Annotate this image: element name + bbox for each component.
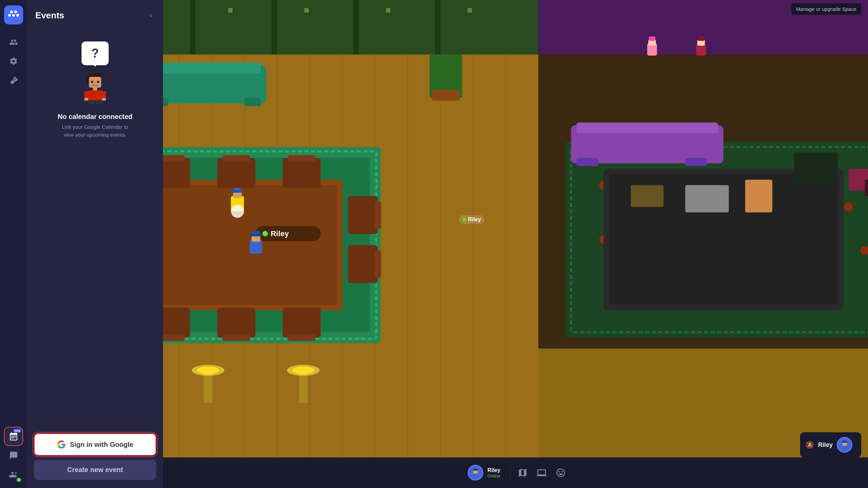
svg-point-0 [10, 11, 13, 13]
toolbar-user-info: Riley Online [487, 467, 500, 478]
svg-rect-53 [190, 0, 196, 54]
svg-rect-92 [163, 308, 190, 337]
game-canvas[interactable]: Riley [163, 0, 868, 457]
svg-rect-24 [102, 91, 106, 99]
svg-rect-131 [538, 0, 620, 54]
bottom-toolbar: Riley Online [163, 457, 868, 488]
no-calendar-title: No calendar connected [58, 113, 132, 121]
svg-point-149 [844, 203, 853, 211]
svg-rect-8 [12, 437, 13, 437]
sidebar-item-calendar[interactable]: beta [5, 428, 22, 445]
svg-rect-28 [96, 100, 102, 104]
svg-rect-26 [102, 98, 106, 101]
svg-rect-25 [84, 98, 88, 101]
riley-popup: 🔕 Riley [800, 432, 861, 457]
svg-point-112 [263, 231, 268, 236]
screen-share-button[interactable] [532, 463, 551, 482]
svg-rect-180 [631, 185, 664, 207]
svg-point-110 [231, 205, 244, 217]
emoji-button[interactable] [551, 463, 570, 482]
settings-icon [9, 57, 18, 66]
character-avatar [82, 73, 109, 104]
svg-rect-71 [163, 98, 168, 106]
logo-button[interactable] [4, 5, 23, 24]
svg-rect-23 [84, 91, 88, 99]
sidebar-item-settings[interactable] [5, 53, 22, 69]
svg-rect-60 [440, 0, 538, 54]
svg-rect-102 [348, 196, 378, 234]
svg-rect-93 [163, 334, 185, 341]
svg-text:Riley: Riley [271, 229, 289, 238]
toolbar-user-section: Riley Online [461, 465, 507, 481]
events-collapse-button[interactable]: ‹ [147, 10, 155, 21]
toolbar-divider-1 [510, 466, 510, 480]
speech-bubble: ? [82, 41, 109, 65]
svg-rect-67 [386, 8, 391, 13]
svg-rect-196 [473, 469, 478, 471]
toolbar-username: Riley [487, 467, 500, 473]
svg-rect-117 [250, 233, 262, 236]
icon-sidebar: beta 1 [0, 0, 27, 488]
svg-rect-9 [13, 437, 14, 437]
chat-icon [9, 451, 18, 460]
svg-rect-105 [375, 250, 381, 278]
svg-rect-168 [576, 123, 718, 134]
svg-rect-55 [272, 0, 277, 54]
svg-rect-56 [277, 0, 359, 54]
svg-rect-109 [232, 190, 242, 193]
beta-badge: beta [14, 429, 21, 433]
events-panel-title: Events [35, 10, 64, 21]
svg-rect-7 [15, 436, 16, 436]
riley-nametag: Riley [459, 215, 484, 224]
svg-rect-90 [283, 158, 321, 188]
toolbar-avatar-sprite [470, 468, 481, 478]
sidebar-item-build[interactable] [5, 72, 22, 88]
svg-rect-22 [88, 90, 103, 101]
svg-rect-193 [842, 446, 847, 449]
svg-rect-27 [88, 100, 94, 104]
character-sprite [82, 73, 109, 104]
svg-rect-86 [163, 158, 190, 188]
svg-rect-58 [359, 0, 440, 54]
svg-rect-181 [685, 185, 729, 212]
sidebar-item-participants[interactable]: 1 [5, 466, 22, 483]
svg-rect-6 [13, 436, 14, 436]
svg-rect-68 [468, 8, 472, 13]
svg-rect-97 [288, 334, 315, 341]
riley-avatar-sprite [839, 440, 850, 450]
svg-rect-70 [163, 63, 261, 73]
map-button[interactable] [513, 463, 532, 482]
svg-point-123 [292, 366, 314, 374]
calendar-icon [9, 432, 18, 441]
calendar-illustration: ? [27, 28, 163, 145]
svg-rect-10 [15, 437, 16, 437]
svg-rect-54 [196, 0, 277, 54]
sign-in-google-button[interactable]: Sign in with Google [34, 433, 156, 456]
participants-icon [9, 470, 18, 479]
svg-rect-20 [92, 85, 98, 86]
svg-rect-173 [865, 180, 868, 196]
svg-point-14 [15, 472, 17, 474]
screen-icon [537, 468, 547, 478]
svg-rect-59 [435, 0, 440, 54]
no-calendar-description: Link your Google Calendar to view your u… [58, 123, 132, 139]
svg-rect-89 [223, 155, 250, 162]
svg-rect-179 [698, 36, 704, 41]
svg-point-120 [197, 366, 219, 374]
create-event-button[interactable]: Create new event [34, 460, 156, 480]
google-logo-icon [57, 440, 66, 449]
svg-rect-104 [348, 245, 378, 283]
svg-rect-182 [745, 180, 772, 212]
sidebar-item-people[interactable] [5, 34, 22, 50]
svg-rect-192 [842, 441, 847, 443]
sign-in-google-label: Sign in with Google [70, 441, 133, 449]
svg-rect-11 [12, 438, 13, 438]
svg-rect-171 [794, 153, 837, 185]
svg-rect-91 [288, 155, 315, 162]
svg-rect-87 [163, 155, 185, 162]
riley-popup-name: Riley [818, 441, 833, 449]
toolbar-user-avatar [468, 465, 483, 481]
emoji-icon [556, 468, 566, 478]
svg-rect-17 [89, 77, 101, 88]
sidebar-item-chat[interactable] [5, 447, 22, 464]
